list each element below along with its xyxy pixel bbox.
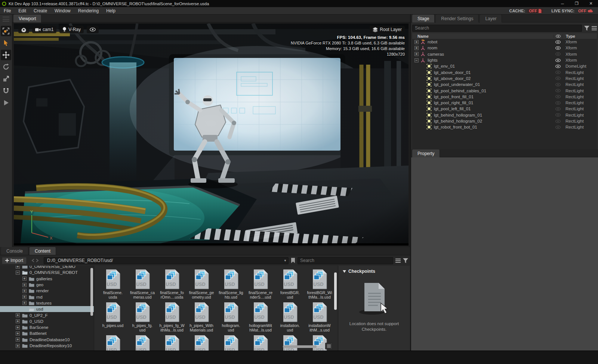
expander-plus-icon[interactable]: +: [22, 295, 27, 299]
folder-item-0_omniverse_demo[interactable]: +0_OMNIVERSE_DEMO: [0, 266, 94, 269]
expander-plus-icon[interactable]: +: [414, 52, 419, 56]
folder-name[interactable]: 0_OMNIVERSE_ROBOT: [30, 270, 78, 275]
visibility-eye-icon[interactable]: [554, 113, 562, 117]
expander-plus-icon[interactable]: +: [16, 344, 20, 348]
folder-item-0_usd[interactable]: +0_USD: [0, 318, 94, 324]
play-button[interactable]: [1, 98, 11, 108]
stage-row[interactable]: lgt_behind_hollogram_01RectLight: [412, 112, 597, 118]
menu-help[interactable]: Help: [102, 8, 119, 13]
stage-row[interactable]: lgt_pool_right_fill_01RectLight: [412, 100, 597, 106]
folder-item-0_omniverse_robot[interactable]: −0_OMNIVERSE_ROBOT: [0, 269, 94, 275]
maximize-button[interactable]: ❐: [570, 0, 584, 7]
stage-row[interactable]: lgt_above_door_02RectLight: [412, 75, 597, 81]
folder-item-battlenet[interactable]: +Battlenet: [0, 330, 94, 336]
menu-window[interactable]: Window: [51, 8, 74, 13]
menu-edit[interactable]: Edit: [15, 8, 30, 13]
bookmark-icon[interactable]: [291, 258, 295, 263]
minimize-button[interactable]: ─: [555, 0, 570, 7]
expander-plus-icon[interactable]: +: [22, 283, 27, 287]
menu-rendering[interactable]: Rendering: [74, 8, 102, 13]
visibility-menu-button[interactable]: [87, 26, 99, 33]
tab-viewport[interactable]: Viewport: [13, 15, 41, 22]
prim-name[interactable]: lgt_above_door_02: [434, 76, 554, 81]
usd-file-item[interactable]: USD h_pipes_WithMaterials.usd: [187, 302, 216, 332]
prim-name[interactable]: lgt_pool_left_fill_01: [434, 107, 554, 111]
path-breadcrumb-input[interactable]: [44, 257, 289, 264]
visibility-eye-icon[interactable]: [554, 120, 562, 123]
expander-plus-icon[interactable]: +: [16, 326, 20, 330]
prim-name[interactable]: lgt_pool_underwater_01: [434, 82, 554, 87]
usd-file-item[interactable]: USD finalScene_geometry.usd: [187, 269, 216, 299]
folder-item-barscene[interactable]: +BarScene: [0, 324, 94, 330]
usd-file-item[interactable]: USD finalScene.usda: [99, 269, 127, 299]
folder-name[interactable]: galleries: [36, 277, 52, 281]
menu-create[interactable]: Create: [30, 8, 51, 13]
list-view-icon[interactable]: [395, 259, 401, 263]
usd-file-item[interactable]: USD finalScene_cameras.usd: [128, 269, 157, 299]
folder-name[interactable]: 0_UP2_F: [30, 313, 48, 318]
stage-search-input[interactable]: [412, 25, 582, 32]
prim-name[interactable]: lgt_behind_hollogram_01: [434, 113, 554, 117]
folder-item-render[interactable]: +render: [0, 288, 94, 294]
close-button[interactable]: ✕: [584, 0, 598, 7]
tab-content[interactable]: Content: [30, 247, 56, 255]
universal-manipulator-tool-button[interactable]: [1, 26, 11, 36]
back-icon[interactable]: [31, 259, 34, 262]
expander-plus-icon[interactable]: +: [22, 277, 27, 281]
folder-name[interactable]: 0_OMNIVERSE_DEMO: [30, 266, 75, 269]
move-tool-button[interactable]: [1, 50, 11, 60]
usd-file-item[interactable]: USD finalScene_renderS....usd: [246, 269, 275, 299]
folder-item-rnd[interactable]: +rnd: [0, 294, 94, 300]
stage-row[interactable]: lgt_env_01DomeLight: [412, 63, 597, 69]
cache-status-badge[interactable]: OFF: [527, 9, 543, 13]
folder-name[interactable]: render: [36, 289, 49, 293]
forward-icon[interactable]: [36, 259, 39, 262]
path-dropdown-caret[interactable]: ▼: [284, 259, 287, 262]
usd-file-item[interactable]: USD hollogramWithMat...ls.usd: [246, 302, 275, 332]
import-button[interactable]: Import: [2, 257, 27, 264]
folder-item-deadlinedatabase10[interactable]: +DeadlineDatabase10: [0, 337, 94, 343]
folder-name[interactable]: 0_USD: [30, 319, 43, 324]
prim-name[interactable]: room: [428, 46, 554, 50]
viewport-settings-button[interactable]: [18, 26, 29, 33]
usd-file-item[interactable]: USD h_pipes.usd: [99, 302, 127, 332]
visibility-eye-icon[interactable]: [554, 40, 562, 44]
stage-row[interactable]: lgt_pool_left_fill_01RectLight: [412, 106, 597, 112]
visibility-eye-icon[interactable]: [554, 71, 562, 74]
folder-name[interactable]: DeadlineRepository10: [30, 343, 72, 348]
viewport-3d-scene[interactable]: Y X cam1 V-Ray Root Layer: [14, 24, 409, 246]
stage-row[interactable]: lgt_pool_front_fill_01RectLight: [412, 94, 597, 100]
folder-name[interactable]: rnd: [36, 295, 43, 299]
tab-stage[interactable]: Stage: [412, 15, 435, 22]
column-name[interactable]: Name: [412, 34, 554, 38]
collapse-arrow-icon[interactable]: [343, 270, 346, 273]
options-menu-icon[interactable]: [592, 26, 597, 30]
file-grid-horizontal-scrollbar[interactable]: [283, 345, 317, 348]
usd-file-item[interactable]: USD: [246, 334, 275, 351]
toolbar-grip-handle[interactable]: [3, 17, 9, 21]
usd-file-item[interactable]: USD forestBGR.usd: [276, 269, 304, 299]
expander-plus-icon[interactable]: +: [414, 46, 419, 50]
tab-render-settings[interactable]: Render Settings: [436, 15, 479, 22]
folder-item-deadlinerepository10[interactable]: +DeadlineRepository10: [0, 343, 94, 349]
folder-item-usd[interactable]: usd: [0, 306, 94, 312]
usd-file-item[interactable]: USD finalScene_lights.usd: [217, 269, 245, 299]
expander-plus-icon[interactable]: +: [16, 331, 20, 336]
usd-file-item[interactable]: USD forestBGR_WithMa...ls.usd: [305, 269, 334, 299]
prim-name[interactable]: robot: [428, 40, 554, 44]
stage-row[interactable]: +robotXform: [412, 39, 597, 45]
usd-file-item[interactable]: USD: [187, 334, 216, 351]
prim-name[interactable]: lgt_env_01: [434, 64, 554, 68]
usd-file-item[interactable]: USD hollogram.usd: [217, 302, 245, 332]
folder-name[interactable]: usd: [36, 307, 43, 311]
stage-row[interactable]: lgt_pool_behind_cables_01RectLight: [412, 87, 597, 93]
usd-file-item[interactable]: USD finalScene_forOmn....usda: [158, 269, 186, 299]
folder-name[interactable]: Battlenet: [30, 331, 46, 336]
visibility-eye-icon[interactable]: [554, 89, 562, 92]
panel-splitter[interactable]: [410, 15, 411, 351]
folder-tree-scrollbar[interactable]: [90, 268, 93, 316]
expander-plus-icon[interactable]: +: [414, 40, 419, 44]
expander-plus-icon[interactable]: +: [22, 289, 27, 293]
prim-name[interactable]: lgt_above_door_01: [434, 70, 554, 75]
visibility-eye-icon[interactable]: [554, 52, 562, 56]
